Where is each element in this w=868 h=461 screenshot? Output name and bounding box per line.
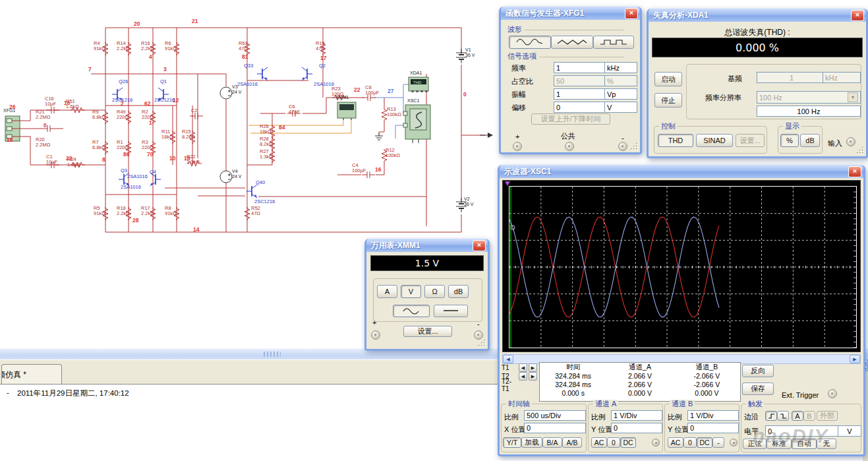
minus-terminal[interactable] xyxy=(618,142,627,151)
mode-button-dB[interactable]: dB xyxy=(448,285,469,298)
timebase-mode-Y/T[interactable]: Y/T xyxy=(503,437,521,448)
trigger-level-input[interactable]: 0 xyxy=(765,425,840,437)
multimeter-title: 万用表-XMM1 xyxy=(371,240,420,251)
dc-mode-button[interactable] xyxy=(434,305,468,317)
chb-scale-input[interactable]: 1 V/Div xyxy=(687,410,739,421)
scroll-left-icon[interactable]: ◀ xyxy=(503,355,513,363)
db-button[interactable]: dB xyxy=(800,134,820,147)
chb-scale-label: 比例 xyxy=(668,412,682,422)
fg-unit-box: V xyxy=(604,102,637,113)
triangle-icon xyxy=(557,38,587,46)
chevron-down-icon[interactable]: ▼ xyxy=(848,92,858,102)
resolution-select[interactable]: 100 Hz ▼ xyxy=(757,91,861,104)
cursor-row-label: T1 xyxy=(502,364,517,371)
scroll-right-icon[interactable]: ▶ xyxy=(850,355,860,363)
table-row: 0.000 s0.000 V0.000 V xyxy=(540,388,740,397)
chb-coupling-DC[interactable]: DC xyxy=(697,437,712,448)
rising-edge-icon xyxy=(768,413,775,419)
ext-trigger-terminal[interactable] xyxy=(828,389,837,398)
chb-coupling--[interactable]: - xyxy=(712,437,724,448)
timebase-mode-加载[interactable]: 加载 xyxy=(521,437,542,448)
triangle-wave-button[interactable] xyxy=(551,36,593,49)
percent-button[interactable]: % xyxy=(780,134,799,147)
timebase-group: 时间轴 比例 500 us/Div X 位置 0 Y/T加载B/AA/B xyxy=(501,404,587,452)
trigger-mode-正弦[interactable]: 正弦 xyxy=(743,439,767,449)
cursor-left-icon[interactable]: ◀ xyxy=(519,363,527,372)
timebase-scale-input[interactable]: 500 us/Div xyxy=(524,410,586,421)
sinad-button[interactable]: SINAD xyxy=(696,134,733,147)
trigger-a-button[interactable]: A xyxy=(792,411,803,421)
save-button[interactable]: 保存 xyxy=(742,383,774,395)
multimeter-titlebar[interactable]: 万用表-XMM1 × xyxy=(366,239,488,252)
close-icon[interactable]: × xyxy=(848,166,861,177)
function-generator-window[interactable]: 函数信号发生器-XFG1 × 波形 信号选项 设置上升/下降时间 + 公共 - … xyxy=(499,7,642,154)
tab-simulation-log[interactable]: 频仿真 * xyxy=(1,364,62,384)
input-terminal[interactable] xyxy=(846,137,855,146)
timebase-mode-A/B[interactable]: A/B xyxy=(562,437,582,448)
minus-terminal[interactable] xyxy=(474,330,483,340)
settings-button[interactable]: 设置... xyxy=(403,326,452,337)
cha-terminal[interactable] xyxy=(652,439,660,446)
plus-terminal[interactable] xyxy=(371,330,380,340)
fg-value-input[interactable]: 1 xyxy=(554,88,608,100)
fg-row-label: 振幅 xyxy=(511,90,526,100)
fg-value-input[interactable]: 1 xyxy=(554,62,608,73)
close-icon[interactable]: × xyxy=(473,240,486,251)
resize-grip-icon[interactable] xyxy=(857,147,865,155)
function-generator-titlebar[interactable]: 函数信号发生器-XFG1 × xyxy=(501,7,640,20)
fg-value-input[interactable]: 0 xyxy=(554,102,608,113)
trigger-ext-button[interactable]: 外部 xyxy=(817,411,838,421)
start-button[interactable]: 启动 xyxy=(654,72,682,86)
trigger-mode-自动[interactable]: 自动 xyxy=(792,439,817,449)
resize-grip-icon[interactable] xyxy=(478,340,486,348)
trigger-mode-无[interactable]: 无 xyxy=(817,439,836,449)
rising-edge-button[interactable] xyxy=(765,411,777,421)
cha-coupling-DC[interactable]: DC xyxy=(620,437,636,448)
common-terminal[interactable] xyxy=(565,142,574,151)
mode-button-Ω[interactable]: Ω xyxy=(424,285,445,298)
cursor-right-icon[interactable]: ▶ xyxy=(529,363,537,372)
multimeter-window[interactable]: 万用表-XMM1 × 1.5 V 设置... + - AVΩdB xyxy=(364,239,490,351)
chb-terminal[interactable] xyxy=(730,439,738,446)
falling-edge-button[interactable] xyxy=(777,411,789,421)
oscilloscope-titlebar[interactable]: 示波器-XSC1 × xyxy=(500,165,863,178)
distortion-analyzer-titlebar[interactable]: 失真分析-XDA1 × xyxy=(649,9,866,22)
ac-mode-button[interactable] xyxy=(393,305,430,317)
cursor-left-icon[interactable]: ◀ xyxy=(519,372,527,381)
fg-row-label: 偏移 xyxy=(511,103,526,113)
stop-button[interactable]: 停止 xyxy=(654,93,682,108)
fg-value-input[interactable]: 50 xyxy=(554,75,608,86)
trigger-b-button[interactable]: B xyxy=(803,411,815,421)
close-icon[interactable]: × xyxy=(851,10,864,21)
timebase-mode-B/A[interactable]: B/A xyxy=(542,437,562,448)
resize-grip-icon[interactable] xyxy=(631,143,639,151)
cursor-right-icon[interactable]: ▶ xyxy=(529,372,537,381)
rise-fall-time-button[interactable]: 设置上升/下降时间 xyxy=(531,113,610,125)
function-generator-title: 函数信号发生器-XFG1 xyxy=(506,8,584,19)
chb-coupling-AC[interactable]: AC xyxy=(668,437,683,448)
fg-row-label: 频率 xyxy=(511,63,526,73)
cha-coupling-0[interactable]: 0 xyxy=(607,437,620,448)
chb-ypos-input[interactable]: 0 xyxy=(687,423,739,433)
mode-button-V[interactable]: V xyxy=(401,285,421,298)
thd-button[interactable]: THD xyxy=(658,134,693,147)
oscilloscope-window[interactable]: 示波器-XSC1 × ◀ ▶ T1◀▶T2◀▶T2-T1 时间通道_A通道_B3… xyxy=(498,165,865,456)
reverse-button[interactable]: 反向 xyxy=(742,365,774,377)
chb-coupling-0[interactable]: 0 xyxy=(683,437,697,448)
mode-button-A[interactable]: A xyxy=(377,285,397,298)
settings-button[interactable]: 设置... xyxy=(736,134,765,147)
cha-scale-input[interactable]: 1 V/Div xyxy=(611,410,662,421)
trigger-mode-标准[interactable]: 标准 xyxy=(767,439,792,449)
cha-coupling-AC[interactable]: AC xyxy=(591,437,607,448)
sine-wave-button[interactable] xyxy=(509,36,551,49)
square-wave-button[interactable] xyxy=(593,36,634,49)
cha-ypos-input[interactable]: 0 xyxy=(611,423,662,433)
timebase-xpos-input[interactable]: 0 xyxy=(524,423,586,433)
ext-trigger-label: Ext. Trigger xyxy=(782,391,819,399)
table-cell: 324.284 ms xyxy=(540,372,606,380)
distortion-analyzer-window[interactable]: 失真分析-XDA1 × 总谐波失真(THD) : 0.000 % 启动 停止 基… xyxy=(647,9,868,158)
plus-terminal[interactable] xyxy=(513,142,522,151)
close-icon[interactable]: × xyxy=(625,8,638,19)
resolution-readout: 100 Hz xyxy=(757,106,861,117)
fundamental-input[interactable]: 1 xyxy=(757,72,826,83)
